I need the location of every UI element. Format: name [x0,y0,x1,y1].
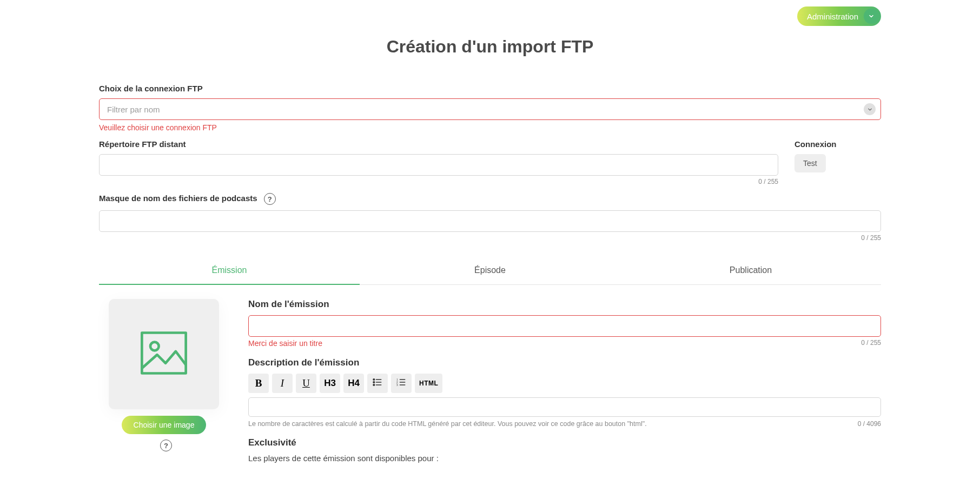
mask-label-text: Masque de nom des fichiers de podcasts [99,194,257,203]
tab-emission[interactable]: Émission [99,258,360,285]
rte-toolbar: B I U H3 H4 [248,374,881,393]
mask-label: Masque de nom des fichiers de podcasts ? [99,193,881,205]
ftp-connection-select[interactable] [99,98,881,120]
test-connection-button[interactable]: Test [794,154,826,172]
image-icon [137,326,191,382]
help-icon[interactable]: ? [160,440,172,451]
ftp-connection-error: Veuillez choisir une connexion FTP [99,123,881,132]
svg-point-6 [373,384,375,385]
h4-button[interactable]: H4 [343,374,364,393]
underline-button[interactable]: U [296,374,316,393]
tab-episode[interactable]: Épisode [360,258,620,285]
mask-counter: 0 / 255 [99,234,881,242]
mask-input[interactable] [99,210,881,232]
remote-dir-input[interactable] [99,154,778,176]
bullet-list-icon [372,377,383,390]
remote-dir-counter: 0 / 255 [99,178,778,185]
tab-publication[interactable]: Publication [620,258,881,285]
chevron-down-icon [864,9,879,24]
h3-button[interactable]: H3 [320,374,340,393]
help-icon[interactable]: ? [264,193,276,205]
tab-bar: Émission Épisode Publication [99,258,881,285]
emission-name-counter: 0 / 255 [861,339,881,347]
exclusivity-label: Exclusivité [248,437,881,448]
emission-name-label: Nom de l'émission [248,299,881,310]
numbered-list-button[interactable]: 1 2 3 [391,374,412,393]
emission-desc-info: Le nombre de caractères est calculé à pa… [248,420,647,428]
italic-button[interactable]: I [272,374,293,393]
admin-menu[interactable]: Administration [797,6,881,26]
image-placeholder[interactable] [109,299,219,409]
test-section-label: Connexion [794,139,881,149]
emission-desc-label: Description de l'émission [248,357,881,368]
choose-image-button[interactable]: Choisir une image [122,416,207,434]
page-title: Création d'un import FTP [99,37,881,57]
bullet-list-button[interactable] [367,374,388,393]
svg-rect-0 [142,333,186,374]
svg-point-1 [150,342,159,351]
bold-button[interactable]: B [248,374,269,393]
emission-name-input[interactable] [248,315,881,337]
admin-menu-label: Administration [807,12,858,21]
emission-desc-counter: 0 / 4096 [858,420,881,428]
exclusivity-text: Les players de cette émission sont dispo… [248,454,881,463]
svg-text:3: 3 [396,383,398,386]
svg-point-2 [373,378,375,380]
remote-dir-label: Répertoire FTP distant [99,139,778,149]
numbered-list-icon: 1 2 3 [396,377,407,390]
emission-desc-editor[interactable] [248,397,881,417]
html-button[interactable]: HTML [415,374,442,393]
emission-name-error: Merci de saisir un titre [248,339,322,348]
svg-point-4 [373,381,375,383]
ftp-connection-label: Choix de la connexion FTP [99,84,881,93]
